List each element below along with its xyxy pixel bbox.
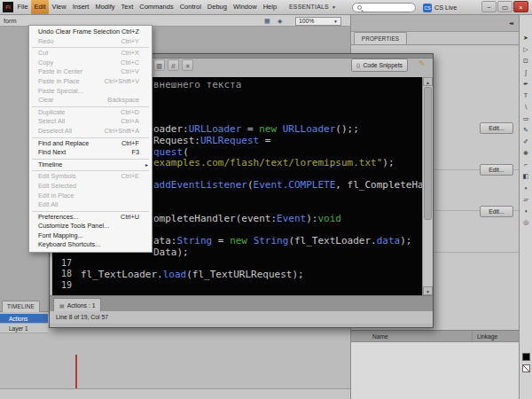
menubar-control[interactable]: Control	[176, 0, 204, 14]
restore-button[interactable]: ▭	[497, 1, 512, 12]
menubar-edit[interactable]: Edit	[31, 0, 49, 14]
free-transform-tool[interactable]: ⊡	[520, 55, 532, 66]
scroll-down-icon[interactable]: ▼	[423, 286, 433, 295]
edit-scene-icon[interactable]: ▦	[264, 15, 270, 27]
code-segment: quest	[153, 146, 183, 158]
menubar-window[interactable]: Window	[230, 0, 260, 14]
workspace-switcher[interactable]: ESSENTIALS▼	[289, 0, 336, 14]
code-segment: =	[212, 235, 230, 246]
hand-tool[interactable]: ◖	[520, 205, 532, 216]
menubar-modify[interactable]: Modify	[92, 0, 118, 14]
submenu-arrow-icon: ▸	[145, 160, 148, 170]
menu-item-paste-in-place[interactable]: Paste in PlaceCtrl+Shift+V	[29, 77, 152, 87]
code-segment: ata:	[153, 235, 177, 246]
menubar-text[interactable]: Text	[118, 0, 137, 14]
menu-item-paste-in-center[interactable]: Paste in CenterCtrl+V	[29, 67, 152, 77]
code-segment: URLLoader	[283, 123, 336, 135]
menu-item-timeline[interactable]: Timeline▸	[29, 160, 152, 170]
menu-item-keyboard-shortcuts[interactable]: Keyboard Shortcuts...	[29, 240, 152, 250]
subselection-tool[interactable]: ▷	[520, 43, 532, 55]
menu-item-edit-symbols[interactable]: Edit SymbolsCtrl+E	[29, 172, 152, 182]
eraser-tool[interactable]: ▱	[520, 193, 532, 205]
menubar-view[interactable]: View	[49, 0, 69, 14]
text-tool[interactable]: T	[520, 90, 532, 101]
scrollbar-thumb[interactable]	[424, 87, 432, 220]
eyedropper-tool[interactable]: ◗	[520, 182, 532, 193]
pen-tool[interactable]: ✒	[520, 78, 532, 90]
code-snippets-button[interactable]: ⟨⟩Code Snippets	[351, 59, 408, 72]
timeline-layer[interactable]: Actions	[0, 314, 48, 324]
tab-actions-frame[interactable]: ▤Actions : 1	[53, 298, 101, 312]
menu-item-find-next[interactable]: Find NextF3	[29, 148, 152, 158]
code-line[interactable]: 18fl_TextLoader.load(fl_TextURLRequest);	[52, 269, 422, 280]
menubar-file[interactable]: File	[14, 0, 31, 14]
paint-bucket-tool[interactable]: ◧	[520, 170, 532, 182]
menu-item-edit-all[interactable]: Edit All	[29, 200, 152, 210]
deco-tool[interactable]: ❋	[520, 147, 532, 159]
code-segment: Request:	[153, 135, 200, 146]
scroll-up-icon[interactable]: ▲	[423, 77, 433, 86]
menu-item-redo[interactable]: RedoCtrl+Y	[29, 37, 152, 47]
zoom-level-dropdown[interactable]: 100% ▼	[295, 17, 341, 26]
edit-button[interactable]: Edit...	[480, 206, 513, 217]
editor-scrollbar[interactable]: ▲ ▼	[422, 77, 433, 295]
collapse-braces-icon[interactable]: ▥	[153, 59, 165, 71]
script-tabstrip: ▤Actions : 1	[50, 295, 433, 311]
edit-button[interactable]: Edit...	[480, 164, 513, 176]
menu-item-cut[interactable]: CutCtrl+X	[29, 49, 152, 59]
menu-item-select-all[interactable]: Select AllCtrl+A	[29, 117, 152, 127]
line-tool[interactable]: ∖	[520, 101, 532, 113]
selection-tool[interactable]: ➤	[520, 32, 532, 43]
close-button[interactable]: ×	[513, 1, 528, 12]
document-tab[interactable]: form	[4, 15, 17, 27]
timeline-layer[interactable]: Layer 1	[0, 324, 48, 333]
code-segment: ();;	[335, 123, 359, 135]
menu-item-paste-special[interactable]: Paste Special...	[29, 87, 152, 97]
menu-item-duplicate[interactable]: DuplicateCtrl+D	[29, 108, 152, 118]
menu-item-customize-tools-panel[interactable]: Customize Tools Panel...	[29, 222, 152, 231]
expand-all-icon[interactable]: ≡	[182, 59, 193, 71]
menu-item-copy[interactable]: CopyCtrl+C	[29, 59, 152, 68]
code-line[interactable]: 17	[52, 258, 422, 270]
cs-live-button[interactable]: CS CS Live	[423, 2, 457, 13]
library-item-list[interactable]	[351, 342, 520, 399]
stroke-color-chip[interactable]	[522, 353, 530, 361]
zoom-tool[interactable]: ◎	[520, 216, 532, 228]
library-column-linkage[interactable]: Linkage	[477, 331, 497, 342]
code-line[interactable]: 19	[52, 280, 422, 292]
code-segment: String	[177, 235, 213, 246]
menu-item-deselect-all[interactable]: Deselect AllCtrl+Shift+A	[29, 127, 152, 137]
search-input[interactable]	[352, 3, 416, 12]
menu-item-preferences[interactable]: Preferences...Ctrl+U	[29, 213, 152, 223]
chevron-down-icon: ▼	[332, 4, 336, 10]
brush-tool[interactable]: ✐	[520, 136, 532, 147]
menubar-debug[interactable]: Debug	[204, 0, 230, 14]
edit-button[interactable]: Edit...	[480, 122, 513, 134]
edit-symbol-icon[interactable]: ◈	[278, 15, 282, 27]
bone-tool[interactable]: ⌐	[520, 159, 532, 170]
column-divider[interactable]	[472, 332, 473, 341]
timeline-scrollbar[interactable]	[0, 388, 350, 399]
fill-color-chip[interactable]	[522, 364, 530, 372]
lasso-tool[interactable]: ʃ	[520, 66, 532, 78]
minimize-button[interactable]: −	[481, 1, 497, 12]
tab-timeline[interactable]: TIMELINE	[2, 301, 40, 312]
menu-item-clear[interactable]: ClearBackspace	[29, 96, 152, 106]
library-column-name[interactable]: Name	[372, 331, 388, 342]
menubar-commands[interactable]: Commands	[137, 0, 176, 14]
menubar-help[interactable]: Help	[260, 0, 279, 14]
menu-item-edit-selected[interactable]: Edit Selected	[29, 182, 152, 192]
pencil-tool[interactable]: ✎	[520, 124, 532, 136]
menu-item-undo-clear-frame-selection[interactable]: Undo Clear Frame SelectionCtrl+Z	[29, 27, 152, 37]
menu-item-font-mapping[interactable]: Font Mapping...	[29, 231, 152, 241]
rectangle-tool[interactable]: ▭	[520, 113, 532, 124]
comment-icon[interactable]: //	[168, 59, 179, 71]
script-assist-icon[interactable]: ✎	[419, 59, 425, 67]
menu-separator	[32, 106, 149, 107]
collapse-to-icons-icon[interactable]: ◂◂	[509, 20, 512, 26]
menu-item-find-and-replace[interactable]: Find and ReplaceCtrl+F	[29, 139, 152, 149]
menubar-insert[interactable]: Insert	[69, 0, 92, 14]
tab-properties[interactable]: PROPERTIES	[354, 32, 407, 44]
menu-separator	[32, 211, 149, 212]
menu-item-edit-in-place[interactable]: Edit in Place	[29, 192, 152, 201]
